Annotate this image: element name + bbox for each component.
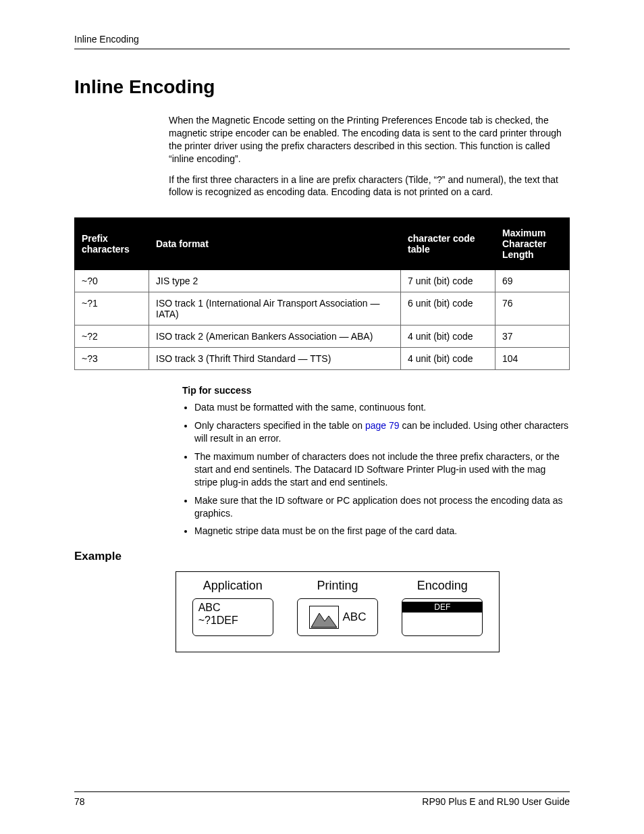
running-header: Inline Encoding	[74, 34, 570, 49]
col-prefix: Prefix characters	[75, 218, 149, 270]
diagram-label-printing: Printing	[317, 579, 358, 593]
tips-list: Data must be formatted with the same, co…	[182, 401, 570, 538]
printing-card: ABC	[297, 598, 378, 636]
example-diagram: Application ABC ~?1DEF Printing ABC	[176, 571, 500, 652]
list-item: Data must be formatted with the same, co…	[194, 401, 570, 414]
example-heading: Example	[74, 550, 570, 563]
application-card: ABC ~?1DEF	[192, 598, 273, 636]
cell-prefix: ~?0	[75, 270, 149, 292]
table-header-row: Prefix characters Data format character …	[75, 218, 570, 270]
intro-paragraph-2: If the first three characters in a line …	[169, 174, 570, 199]
app-line-2: ~?1DEF	[198, 615, 267, 627]
cell-format: ISO track 2 (American Bankers Associatio…	[149, 325, 401, 348]
magnetic-stripe: DEF	[402, 602, 482, 613]
cell-format: ISO track 3 (Thrift Third Standard — TTS…	[149, 348, 401, 370]
diagram-label-application: Application	[203, 579, 263, 593]
intro-paragraph-1: When the Magnetic Encode setting on the …	[169, 114, 570, 165]
list-item: Make sure that the ID software or PC app…	[194, 494, 570, 520]
diagram-label-encoding: Encoding	[417, 579, 468, 593]
table-row: ~?3 ISO track 3 (Thrift Third Standard —…	[75, 348, 570, 370]
encoding-table: Prefix characters Data format character …	[74, 217, 570, 370]
mountain-icon	[309, 606, 339, 629]
svg-marker-0	[311, 613, 337, 627]
print-text: ABC	[343, 610, 367, 624]
cell-code: 4 unit (bit) code	[401, 325, 495, 348]
cell-prefix: ~?2	[75, 325, 149, 348]
section-title: Inline Encoding	[74, 76, 570, 98]
page-number: 78	[74, 796, 85, 807]
cell-code: 7 unit (bit) code	[401, 270, 495, 292]
col-maxlen: Maximum Character Length	[495, 218, 570, 270]
tips-block: Tip for success Data must be formatted w…	[182, 385, 570, 538]
tips-heading: Tip for success	[182, 385, 570, 396]
cell-maxlen: 69	[495, 270, 570, 292]
table-row: ~?2 ISO track 2 (American Bankers Associ…	[75, 325, 570, 348]
col-format: Data format	[149, 218, 401, 270]
cell-maxlen: 104	[495, 348, 570, 370]
cell-code: 4 unit (bit) code	[401, 348, 495, 370]
app-line-1: ABC	[198, 602, 267, 614]
cell-format: JIS type 2	[149, 270, 401, 292]
diagram-encoding-column: Encoding DEF	[392, 579, 493, 636]
list-item: Magnetic stripe data must be on the firs…	[194, 525, 570, 538]
cell-maxlen: 76	[495, 292, 570, 325]
diagram-printing-column: Printing ABC	[287, 579, 388, 636]
page-footer: 78 RP90 Plus E and RL90 User Guide	[74, 791, 570, 807]
cell-format: ISO track 1 (International Air Transport…	[149, 292, 401, 325]
cell-code: 6 unit (bit) code	[401, 292, 495, 325]
table-row: ~?0 JIS type 2 7 unit (bit) code 69	[75, 270, 570, 292]
encoding-card: DEF	[402, 598, 483, 636]
list-item: Only characters specified in the table o…	[194, 419, 570, 445]
cell-prefix: ~?1	[75, 292, 149, 325]
cell-maxlen: 37	[495, 325, 570, 348]
page-79-link[interactable]: page 79	[365, 420, 400, 431]
cell-prefix: ~?3	[75, 348, 149, 370]
col-code: character code table	[401, 218, 495, 270]
list-item: The maximum number of characters does no…	[194, 450, 570, 489]
table-row: ~?1 ISO track 1 (International Air Trans…	[75, 292, 570, 325]
diagram-application-column: Application ABC ~?1DEF	[182, 579, 284, 636]
footer-title: RP90 Plus E and RL90 User Guide	[422, 796, 570, 807]
tip-text: Only characters specified in the table o…	[194, 420, 365, 431]
